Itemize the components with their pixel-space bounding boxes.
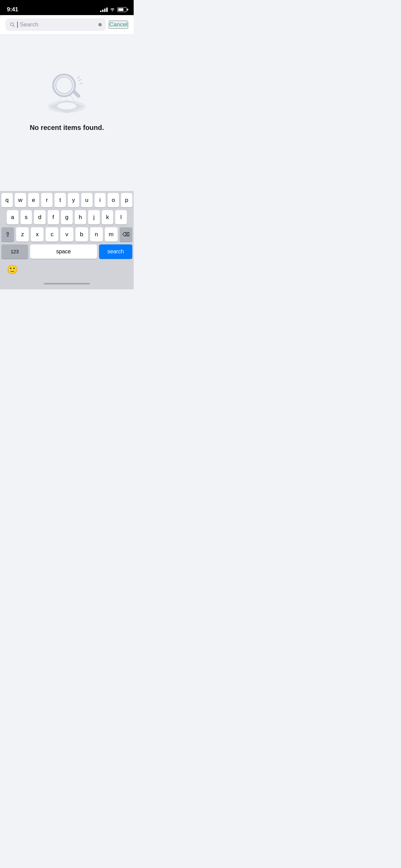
svg-point-6 xyxy=(56,77,72,94)
numbers-key[interactable]: 123 xyxy=(1,244,28,259)
search-field-wrapper[interactable]: Search xyxy=(5,19,106,31)
key-q[interactable]: q xyxy=(1,193,13,207)
svg-line-7 xyxy=(79,79,81,81)
status-bar: 9:41 xyxy=(0,0,134,15)
keyboard-row-bottom: 123 space search xyxy=(1,244,132,259)
emoji-button[interactable]: 🙂 xyxy=(4,263,21,276)
mic-dot xyxy=(98,23,102,26)
home-bar xyxy=(44,283,90,285)
key-s[interactable]: s xyxy=(21,210,32,225)
key-e[interactable]: e xyxy=(28,193,39,207)
search-key[interactable]: search xyxy=(99,244,132,259)
key-t[interactable]: t xyxy=(54,193,66,207)
key-f[interactable]: f xyxy=(48,210,59,225)
key-p[interactable]: p xyxy=(121,193,132,207)
status-time: 9:41 xyxy=(7,6,18,13)
key-b[interactable]: b xyxy=(75,227,88,242)
key-j[interactable]: j xyxy=(88,210,100,225)
svg-line-1 xyxy=(13,25,14,27)
key-m[interactable]: m xyxy=(105,227,118,242)
svg-point-0 xyxy=(10,23,13,26)
key-z[interactable]: z xyxy=(16,227,29,242)
delete-key[interactable]: ⌫ xyxy=(120,227,132,242)
svg-line-8 xyxy=(80,83,83,84)
no-results-text: No recent items found. xyxy=(30,124,104,132)
search-placeholder: Search xyxy=(20,21,38,28)
battery-icon xyxy=(117,7,127,12)
key-k[interactable]: k xyxy=(102,210,113,225)
keyboard-row-2: a s d f g h j k l xyxy=(1,210,132,225)
key-w[interactable]: w xyxy=(15,193,26,207)
empty-state: No recent items found. xyxy=(0,35,134,159)
key-n[interactable]: n xyxy=(90,227,103,242)
top-sheet: Search Cancel xyxy=(0,15,134,159)
key-v[interactable]: v xyxy=(60,227,73,242)
search-input-area[interactable]: Search xyxy=(17,21,96,28)
key-l[interactable]: l xyxy=(115,210,127,225)
magnifier-illustration xyxy=(39,62,94,117)
svg-line-9 xyxy=(78,76,80,79)
key-x[interactable]: x xyxy=(31,227,44,242)
wifi-icon xyxy=(110,7,115,12)
svg-point-3 xyxy=(57,103,76,109)
search-bar-container: Search Cancel xyxy=(0,15,134,35)
key-h[interactable]: h xyxy=(75,210,86,225)
key-o[interactable]: o xyxy=(108,193,119,207)
key-r[interactable]: r xyxy=(41,193,52,207)
key-a[interactable]: a xyxy=(7,210,19,225)
signal-icon xyxy=(100,8,108,12)
status-icons xyxy=(100,7,127,12)
cancel-button[interactable]: Cancel xyxy=(109,21,128,29)
search-cursor xyxy=(17,22,18,28)
search-icon xyxy=(10,22,15,27)
shift-key[interactable]: ⇧ xyxy=(1,227,14,242)
keyboard: q w e r t y u i o p a s d f g h j k l ⇧ … xyxy=(0,191,134,289)
keyboard-row-3: ⇧ z x c v b n m ⌫ xyxy=(1,227,132,242)
key-y[interactable]: y xyxy=(68,193,79,207)
key-u[interactable]: u xyxy=(81,193,93,207)
key-g[interactable]: g xyxy=(61,210,73,225)
key-i[interactable]: i xyxy=(95,193,106,207)
key-c[interactable]: c xyxy=(46,227,58,242)
home-indicator xyxy=(1,278,132,289)
key-d[interactable]: d xyxy=(34,210,46,225)
keyboard-row-1: q w e r t y u i o p xyxy=(1,193,132,207)
space-key[interactable]: space xyxy=(30,244,97,259)
